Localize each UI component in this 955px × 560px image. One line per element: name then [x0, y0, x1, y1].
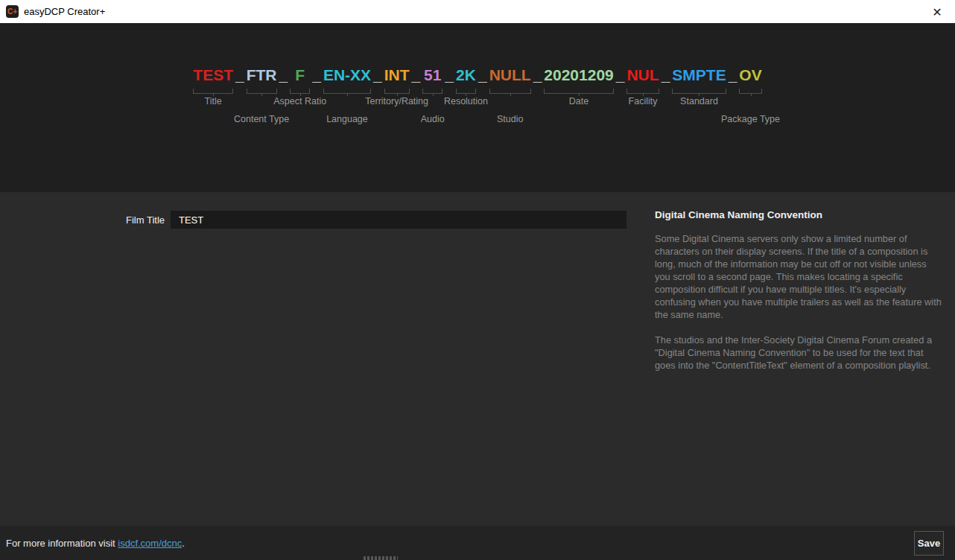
dcnc-separator: _ — [412, 66, 421, 85]
dcnc-field-text: EN-XX — [323, 66, 371, 85]
dcnc-field-text: FTR — [247, 66, 277, 85]
dcnc-field-label: Resolution — [444, 96, 488, 106]
dcnc-field-studio[interactable]: NULLStudio — [489, 66, 531, 94]
dcnc-field-text: TEST — [193, 66, 233, 85]
footer-text: For more information visit isdcf.com/dcn… — [6, 538, 185, 549]
dcnc-field-label: Title — [205, 96, 222, 106]
titlebar: C+ easyDCP Creator+ ✕ — [0, 0, 955, 23]
dcnc-field-aspect-ratio[interactable]: FAspect Ratio — [290, 66, 310, 94]
dcnc-field-label: Standard — [680, 96, 718, 106]
dcnc-separator: _ — [312, 66, 321, 85]
dcnc-field-label: Audio — [421, 114, 445, 124]
dcnc-field-text: 20201209 — [544, 66, 613, 85]
dcnc-field-bracket — [193, 89, 233, 94]
footer-text-after: . — [182, 538, 185, 549]
dcnc-preview-panel: TESTTitle_FTRContent Type_FAspect Ratio_… — [0, 23, 955, 192]
footer-text-before: For more information visit — [6, 538, 118, 549]
footer-bar: For more information visit isdcf.com/dcn… — [0, 526, 955, 560]
dcnc-name-strip: TESTTitle_FTRContent Type_FAspect Ratio_… — [0, 23, 955, 94]
content-area: Film Title Digital Cinema Naming Convent… — [0, 192, 955, 526]
dcnc-field-label: Aspect Ratio — [273, 96, 326, 106]
dcnc-field-date[interactable]: 20201209Date — [544, 66, 613, 94]
info-paragraph-2: The studios and the Inter-Society Digita… — [655, 334, 942, 372]
dcnc-field-text: INT — [384, 66, 410, 85]
dcnc-field-bracket — [247, 89, 277, 94]
save-button[interactable]: Save — [914, 531, 944, 556]
dcnc-field-text: OV — [739, 66, 761, 85]
dcnc-field-resolution[interactable]: 2KResolution — [456, 66, 476, 94]
isdcf-link[interactable]: isdcf.com/dcnc — [118, 538, 182, 549]
dcnc-field-bracket — [422, 89, 442, 94]
dcnc-field-text: NULL — [489, 66, 531, 85]
close-icon[interactable]: ✕ — [928, 3, 946, 21]
info-heading: Digital Cinema Naming Convention — [655, 209, 942, 220]
dcnc-field-title[interactable]: TESTTitle — [193, 66, 233, 94]
dcnc-field-text: NUL — [626, 66, 659, 85]
dcnc-field-bracket — [544, 89, 613, 94]
dcnc-field-bracket — [290, 89, 310, 94]
dcnc-field-bracket — [739, 89, 761, 94]
dcnc-field-label: Package Type — [721, 114, 780, 124]
dcnc-field-audio[interactable]: 51Audio — [422, 66, 442, 94]
dcnc-field-text: 2K — [456, 66, 476, 85]
window-title: easyDCP Creator+ — [24, 6, 105, 17]
dcnc-separator: _ — [279, 66, 288, 85]
dcnc-field-label: Facility — [629, 96, 658, 106]
dcnc-field-text: SMPTE — [672, 66, 726, 85]
dcnc-field-label: Date — [569, 96, 588, 106]
film-title-label: Film Title — [126, 214, 165, 226]
dcnc-separator: _ — [478, 66, 487, 85]
dcnc-separator: _ — [235, 66, 244, 85]
film-title-input[interactable] — [171, 211, 626, 229]
dcnc-field-label: Studio — [497, 114, 523, 124]
dcnc-field-bracket — [384, 89, 410, 94]
dcnc-field-bracket — [626, 89, 659, 94]
dcnc-separator: _ — [445, 66, 454, 85]
info-paragraph-1: Some Digital Cinema servers only show a … — [655, 232, 942, 321]
dcnc-field-language[interactable]: EN-XXLanguage — [323, 66, 371, 94]
film-title-row: Film Title — [126, 211, 626, 229]
dcnc-field-bracket — [489, 89, 531, 94]
dcnc-field-territory-rating[interactable]: INTTerritory/Rating — [384, 66, 410, 94]
dcnc-separator: _ — [616, 66, 625, 85]
dcnc-field-facility[interactable]: NULFacility — [626, 66, 659, 94]
clipped-text-fragment — [364, 556, 398, 560]
dcnc-field-label: Content Type — [234, 114, 289, 124]
dcnc-field-label: Territory/Rating — [365, 96, 428, 106]
dcnc-field-package-type[interactable]: OVPackage Type — [739, 66, 761, 94]
dcnc-field-text: 51 — [424, 66, 441, 85]
dcnc-separator: _ — [373, 66, 382, 85]
dcnc-field-bracket — [323, 89, 371, 94]
app-icon-glyph: C+ — [7, 8, 17, 16]
dcnc-separator: _ — [661, 66, 670, 85]
dcnc-field-bracket — [672, 89, 726, 94]
dcnc-field-label: Language — [326, 114, 368, 124]
info-panel: Digital Cinema Naming Convention Some Di… — [655, 209, 942, 384]
app-icon: C+ — [6, 5, 19, 18]
dcnc-field-standard[interactable]: SMPTEStandard — [672, 66, 726, 94]
dcnc-separator: _ — [533, 66, 542, 85]
dcnc-separator: _ — [729, 66, 737, 85]
dcnc-field-content-type[interactable]: FTRContent Type — [247, 66, 277, 94]
dcnc-field-text: F — [295, 66, 305, 85]
dcnc-field-bracket — [456, 89, 476, 94]
